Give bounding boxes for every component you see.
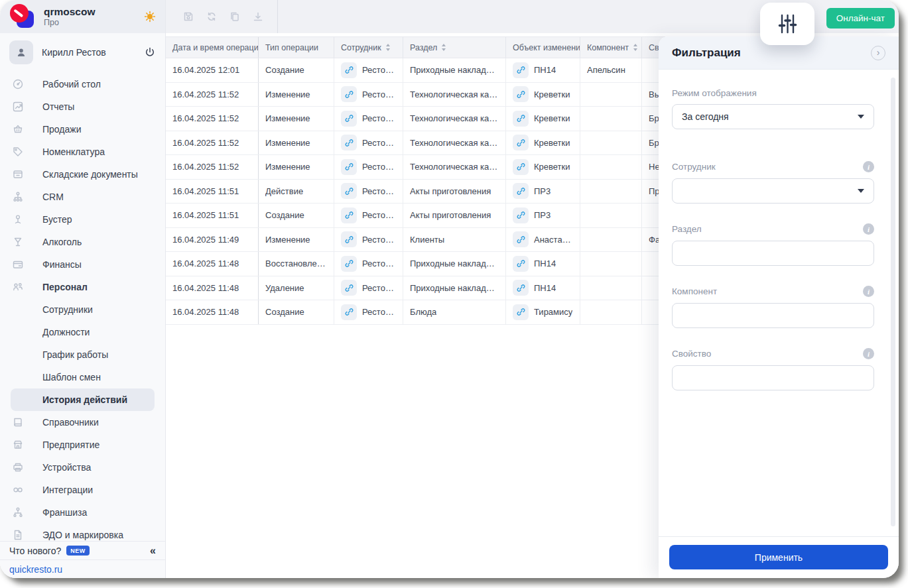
table-row[interactable]: 16.04.2025 11:52ИзменениеРестов...Технол… [166, 155, 735, 180]
site-link-row: quickresto.ru [0, 560, 165, 578]
link-icon[interactable] [513, 231, 529, 247]
sidebar-item-номенклатура[interactable]: Номенклатура [0, 141, 165, 163]
table-row[interactable]: 16.04.2025 11:51ДействиеРестов...Акты пр… [166, 180, 735, 204]
sidebar-item-продажи[interactable]: Продажи [0, 118, 165, 141]
filter-scrollbar[interactable] [891, 78, 895, 526]
sidebar-item-crm[interactable]: CRM [0, 186, 165, 208]
cell-text: Изменение [265, 89, 310, 99]
input-свойство[interactable] [672, 365, 874, 390]
link-icon[interactable] [513, 183, 529, 199]
info-icon[interactable]: i [863, 223, 874, 235]
select-режим-отображения[interactable]: За сегодня [672, 104, 874, 129]
sidebar-item-сотрудники[interactable]: Сотрудники [0, 298, 165, 321]
sidebar-item-интеграции[interactable]: Интеграции [0, 479, 165, 501]
sidebar-item-история-действий[interactable]: История действий [11, 388, 155, 411]
column-header-3[interactable]: Сотрудник [334, 37, 403, 58]
copy-icon[interactable] [229, 11, 241, 23]
link-icon[interactable] [513, 280, 529, 296]
sidebar-item-устройства[interactable]: Устройства [0, 456, 165, 479]
sidebar-item-франшиза[interactable]: Франшиза [0, 501, 165, 524]
table-cell: 16.04.2025 11:49 [166, 228, 259, 252]
filter-field-label: Режим отображения [672, 88, 757, 98]
info-icon[interactable]: i [863, 161, 874, 172]
cell-text: Рестов... [362, 210, 396, 220]
link-icon[interactable] [513, 304, 529, 320]
table-row[interactable]: 16.04.2025 11:52ИзменениеРестов...Технол… [166, 131, 735, 156]
integrations-icon [11, 484, 25, 496]
link-icon[interactable] [341, 207, 357, 223]
sort-icon[interactable] [442, 44, 446, 51]
save-icon[interactable] [182, 11, 194, 23]
refresh-icon[interactable] [206, 11, 218, 23]
link-icon[interactable] [341, 62, 357, 78]
collapse-sidebar-icon[interactable]: « [150, 545, 156, 557]
chevron-right-icon[interactable]: › [871, 46, 885, 60]
whats-new-link[interactable]: Что нового? [9, 546, 61, 556]
link-icon[interactable] [341, 159, 357, 175]
link-icon[interactable] [513, 135, 529, 150]
sidebar-item-справочники[interactable]: Справочники [0, 411, 165, 434]
link-icon[interactable] [341, 304, 357, 320]
cell-text: Восстановление [265, 259, 327, 268]
select-сотрудник[interactable] [672, 178, 874, 204]
link-icon[interactable] [341, 256, 357, 272]
link-icon[interactable] [513, 62, 529, 78]
filter-toggle-card[interactable] [760, 3, 814, 45]
input-раздел[interactable] [672, 241, 874, 266]
caret-down-icon [858, 189, 864, 193]
link-icon[interactable] [341, 86, 357, 102]
sort-icon[interactable] [633, 44, 637, 51]
table-row[interactable]: 16.04.2025 11:48ВосстановлениеРестов...П… [166, 252, 735, 276]
sidebar-item-предприятие[interactable]: Предприятие [0, 434, 165, 456]
sidebar-item-шаблон-смен[interactable]: Шаблон смен [0, 366, 165, 388]
link-icon[interactable] [513, 111, 529, 127]
table-row[interactable]: 16.04.2025 12:01СозданиеРестов...Приходн… [166, 58, 735, 83]
sidebar-item-label: Бустер [42, 214, 72, 225]
link-icon[interactable] [341, 231, 357, 247]
table-row[interactable]: 16.04.2025 11:51СозданиеРестов...Акты пр… [166, 204, 735, 228]
theme-sun-icon[interactable] [144, 11, 156, 23]
cell-text: Креветки [534, 113, 570, 123]
table-row[interactable]: 16.04.2025 11:52ИзменениеРестов...Технол… [166, 83, 735, 107]
link-icon[interactable] [341, 135, 357, 150]
column-header-6[interactable]: Компонент [580, 37, 642, 58]
table-row[interactable]: 16.04.2025 11:49ИзменениеРестов...Клиент… [166, 228, 735, 253]
info-icon[interactable]: i [863, 348, 874, 359]
sidebar-item-label: Шаблон смен [42, 372, 101, 382]
link-icon[interactable] [513, 256, 529, 272]
online-chat-button[interactable]: Онлайн-чат [826, 8, 895, 29]
column-header-label: Сотрудник [341, 43, 381, 52]
power-icon[interactable] [144, 46, 156, 58]
table-row[interactable]: 16.04.2025 11:48СозданиеРестов...БлюдаТи… [166, 300, 735, 325]
table-row[interactable]: 16.04.2025 11:48УдалениеРестов...Приходн… [166, 276, 735, 301]
sidebar-item-рабочий-стол[interactable]: Рабочий стол [0, 73, 165, 95]
link-icon[interactable] [513, 207, 529, 223]
link-icon[interactable] [341, 280, 357, 296]
sidebar-item-алкоголь[interactable]: Алкоголь [0, 231, 165, 253]
sidebar-item-график-работы[interactable]: График работы [0, 343, 165, 366]
sidebar-item-складские-документы[interactable]: Складские документы [0, 163, 165, 186]
sidebar-item-персонал[interactable]: Персонал [0, 276, 165, 298]
warehouse-icon [11, 168, 25, 180]
sidebar-item-бустер[interactable]: Бустер [0, 208, 165, 231]
link-icon[interactable] [513, 86, 529, 102]
link-icon[interactable] [341, 111, 357, 127]
link-icon[interactable] [341, 183, 357, 199]
download-icon[interactable] [252, 11, 264, 23]
apply-button[interactable]: Применить [669, 545, 888, 569]
table-cell: Апельсин [580, 58, 642, 82]
whats-new-row: Что нового? NEW « [0, 541, 165, 560]
info-icon[interactable]: i [863, 286, 874, 297]
user-row[interactable]: Кирилл Рестов [0, 37, 165, 68]
input-компонент[interactable] [672, 303, 874, 328]
sidebar-item-отчеты[interactable]: Отчеты [0, 95, 165, 118]
desktop-icon [11, 78, 25, 90]
sidebar-item-должности[interactable]: Должности [0, 321, 165, 343]
column-header-4[interactable]: Раздел [403, 37, 506, 58]
sidebar-item-финансы[interactable]: Финансы [0, 253, 165, 276]
sidebar-item-label: Сотрудники [42, 304, 93, 315]
sort-icon[interactable] [386, 44, 390, 51]
site-link[interactable]: quickresto.ru [9, 564, 62, 575]
link-icon[interactable] [513, 159, 529, 175]
table-row[interactable]: 16.04.2025 11:52ИзменениеРестов...Технол… [166, 107, 735, 131]
